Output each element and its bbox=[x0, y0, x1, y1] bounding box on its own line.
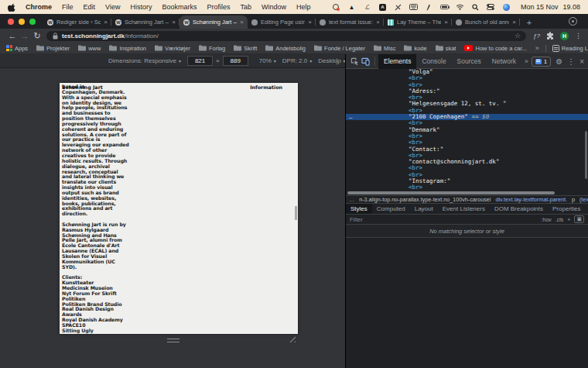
bookmark-folder-skrift[interactable]: Skrift bbox=[234, 45, 257, 52]
menu-edit[interactable]: Edit bbox=[84, 3, 96, 11]
control-center-icon[interactable] bbox=[487, 3, 495, 12]
breadcrumb-text-node[interactable]: (text) bbox=[579, 196, 588, 203]
close-window-button[interactable] bbox=[8, 19, 14, 25]
close-devtools-icon[interactable]: × bbox=[579, 57, 584, 66]
bookmark-folder-www[interactable]: www bbox=[78, 45, 101, 52]
tab-properties[interactable]: Properties bbox=[548, 204, 585, 214]
dom-br-node[interactable]: <br> bbox=[346, 75, 588, 81]
apple-icon[interactable] bbox=[8, 3, 16, 12]
page-scrollbar[interactable] bbox=[295, 206, 297, 220]
dom-br-node[interactable]: <br> bbox=[346, 172, 588, 178]
forward-button[interactable]: → bbox=[19, 31, 31, 40]
dpr-select[interactable]: DPR: 2.0 ▾ bbox=[282, 57, 312, 64]
menu-bookmarks[interactable]: Bookmarks bbox=[162, 3, 197, 11]
tab-lay-theme[interactable]: Lay Theme – The D × bbox=[384, 15, 452, 29]
a-box-icon[interactable]: A bbox=[378, 3, 387, 12]
dom-text-node[interactable]: "Contact:" bbox=[346, 146, 588, 153]
triangle-icon[interactable]: ▲ bbox=[347, 3, 356, 12]
reload-button[interactable]: ↻ bbox=[31, 31, 43, 41]
menu-window[interactable]: Window bbox=[262, 3, 286, 11]
menu-file[interactable]: File bbox=[62, 3, 74, 11]
wifi-icon[interactable] bbox=[456, 3, 464, 12]
tab-elements[interactable]: Elements bbox=[378, 54, 416, 69]
close-tab-icon[interactable]: × bbox=[172, 19, 176, 26]
extensions-puzzle-icon[interactable] bbox=[546, 32, 554, 40]
breadcrumb-p[interactable]: p bbox=[572, 196, 575, 203]
bookmark-folder-vaerktojer[interactable]: Værktøjer bbox=[155, 45, 190, 52]
tab-console[interactable]: Console bbox=[416, 54, 451, 69]
dom-text-node[interactable]: "contact@schonningjart.dk" bbox=[346, 159, 588, 165]
tab-rediger-side[interactable]: W Rediger side ‹ Sch × bbox=[43, 15, 111, 29]
dom-text-node[interactable]: "Denmark" bbox=[346, 127, 588, 133]
tab-text-format-issue[interactable]: text format issue: t × bbox=[316, 15, 384, 29]
chrome-menu-kebab-icon[interactable]: ⋮ bbox=[575, 32, 582, 40]
tab-network[interactable]: Network bbox=[487, 54, 521, 69]
pseudo-state-toggle[interactable]: :hov bbox=[542, 217, 552, 222]
siri-icon[interactable] bbox=[502, 3, 511, 12]
emulated-page[interactable]: based in Copenhagen, Denmark. With a spe… bbox=[60, 83, 298, 334]
device-toolbar-kebab-icon[interactable]: ⋮ bbox=[333, 57, 340, 65]
breadcrumb-ellipsis[interactable]: … bbox=[349, 196, 354, 203]
breadcrumb-section[interactable]: n-3.align-top.no-parallax.type-text.no_1… bbox=[359, 196, 491, 203]
tab-event-listeners[interactable]: Event Listeners bbox=[438, 204, 490, 214]
menubar-clock[interactable]: Mon 15 Nov 19.08 bbox=[521, 3, 580, 11]
viewport-resize-handle[interactable] bbox=[167, 339, 179, 342]
issues-counter[interactable]: 1 bbox=[532, 57, 551, 67]
tab-layout[interactable]: Layout bbox=[410, 204, 438, 214]
devtools-kebab-icon[interactable]: ⋮ bbox=[567, 57, 575, 66]
profile-avatar[interactable]: H bbox=[560, 32, 569, 40]
close-tab-icon[interactable]: × bbox=[376, 19, 380, 26]
tab-editing-page[interactable]: Editing Page using × bbox=[248, 15, 316, 29]
bookmark-youtube-video[interactable]: How to code a car... bbox=[464, 45, 526, 52]
dom-br-node[interactable]: <br> bbox=[346, 133, 588, 139]
extension-fn-icon[interactable]: ƒ? bbox=[533, 33, 540, 40]
new-tab-button[interactable]: + bbox=[523, 16, 535, 29]
dom-br-node[interactable]: <br> bbox=[346, 120, 588, 126]
bookmark-folder-fonde-legater[interactable]: Fonde / Legater bbox=[314, 45, 365, 52]
new-style-rule-button[interactable]: + bbox=[567, 217, 570, 222]
mute-pen-icon[interactable] bbox=[394, 3, 402, 12]
class-toggle[interactable]: .cls bbox=[556, 217, 564, 222]
dom-text-node[interactable]: "Volga" bbox=[346, 69, 588, 75]
inspect-element-icon[interactable] bbox=[350, 56, 359, 67]
tab-schonning-jart-1[interactable]: W Schønning Jart — I × bbox=[111, 15, 179, 29]
script-icon[interactable]: ℒ bbox=[363, 3, 371, 12]
bookmarks-overflow-chevron[interactable]: » bbox=[535, 44, 539, 52]
dom-text-node[interactable]: "Adress:" bbox=[346, 88, 588, 95]
menu-view[interactable]: View bbox=[105, 3, 120, 11]
dom-text-node[interactable]: "Instagram:" bbox=[346, 178, 588, 184]
more-tabs-chevron[interactable]: » bbox=[521, 57, 532, 65]
viewport-width-input[interactable] bbox=[187, 56, 213, 66]
bookmark-folder-inspiration[interactable]: Inspiration bbox=[109, 45, 146, 52]
device-toolbar-toggle-icon[interactable] bbox=[361, 56, 370, 67]
bookmark-star-icon[interactable]: ☆ bbox=[514, 32, 521, 40]
dom-br-node[interactable]: <br> bbox=[346, 165, 588, 171]
menu-profiles[interactable]: Profiles bbox=[207, 3, 230, 11]
dom-selected-text-node[interactable]: … "2100 Copenhagen"== $0 bbox=[346, 114, 588, 120]
site-logo[interactable]: Schønning Jart bbox=[62, 84, 103, 91]
tab-computed[interactable]: Computed bbox=[372, 204, 410, 214]
styles-filter-input[interactable]: Filter bbox=[350, 216, 363, 223]
media-control-icon[interactable] bbox=[569, 17, 577, 26]
menu-chrome[interactable]: Chrome bbox=[26, 3, 52, 11]
close-tab-icon[interactable]: × bbox=[444, 19, 448, 26]
bookmark-folder-kode[interactable]: kode bbox=[404, 45, 426, 52]
tab-dom-breakpoints[interactable]: DOM Breakpoints bbox=[490, 204, 548, 214]
viewport-height-input[interactable] bbox=[223, 56, 248, 66]
dimensions-select[interactable]: Dimensions: Responsive ▾ bbox=[108, 57, 181, 64]
bookmark-folder-forlag[interactable]: Forlag bbox=[199, 45, 225, 52]
close-tab-icon[interactable]: × bbox=[512, 19, 516, 26]
menu-help[interactable]: Help bbox=[296, 3, 311, 11]
close-tab-icon[interactable]: × bbox=[104, 19, 108, 26]
dom-vertical-scrollbar[interactable] bbox=[585, 131, 587, 179]
zoom-select[interactable]: 70% ▾ bbox=[259, 57, 276, 64]
breadcrumb-div-text[interactable]: div.text.lay-textformat-parent. bbox=[495, 196, 567, 203]
back-button[interactable]: ← bbox=[6, 31, 19, 40]
tab-accessibility[interactable]: Accessibility bbox=[586, 204, 588, 214]
menu-tab[interactable]: Tab bbox=[240, 3, 251, 11]
zoom-window-button[interactable] bbox=[29, 19, 36, 25]
omnibox[interactable]: test.schonningjart.dk/information/ ☆ bbox=[46, 31, 526, 41]
close-tab-icon[interactable]: × bbox=[308, 19, 312, 26]
screen-record-icon[interactable] bbox=[332, 3, 340, 12]
dom-br-node[interactable]: <br> bbox=[346, 82, 588, 88]
